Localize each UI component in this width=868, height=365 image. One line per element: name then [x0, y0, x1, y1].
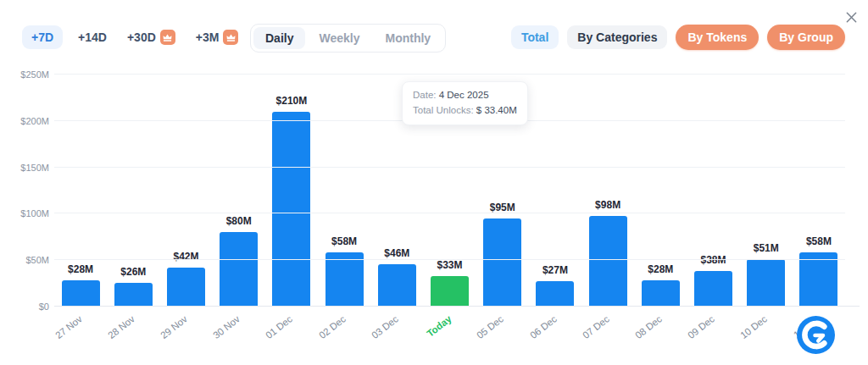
bar-slot: $38M09 Dec: [687, 75, 739, 307]
range-button-14d[interactable]: +14D: [73, 25, 112, 49]
bar-value-label: $80M: [226, 215, 252, 227]
bar-slot: $210M01 Dec: [265, 75, 318, 307]
bar[interactable]: [272, 112, 310, 307]
bar-value-label: $28M: [648, 263, 673, 275]
bar-value-label: $27M: [542, 264, 568, 276]
range-button-7d[interactable]: +7D: [22, 25, 63, 49]
range-button-30d[interactable]: +30D: [122, 25, 181, 50]
close-icon[interactable]: [842, 8, 860, 26]
bar[interactable]: [694, 271, 732, 307]
x-tick-label: 01 Dec: [264, 313, 295, 340]
view-button-total[interactable]: Total: [511, 25, 559, 49]
y-axis-labels: $0$50M$100M$150M$200M$250M: [0, 75, 51, 307]
bar-slot: $58M02 Dec: [318, 75, 370, 307]
y-tick-label: $50M: [0, 255, 49, 265]
bar-value-label: $28M: [68, 263, 93, 275]
tab-monthly[interactable]: Monthly: [373, 27, 442, 49]
bar-value-label: $26M: [120, 266, 146, 278]
x-tick-label: 02 Dec: [317, 313, 348, 340]
bar-value-label: $33M: [437, 259, 463, 271]
bar[interactable]: [167, 268, 205, 307]
bar-slot: $27M06 Dec: [529, 75, 581, 307]
tooltip-unlocks-label: Total Unlocks:: [413, 105, 474, 115]
x-tick-label: 29 Nov: [159, 313, 189, 340]
y-tick-label: $150M: [0, 163, 49, 173]
tooltip-date-row: Date: 4 Dec 2025: [413, 88, 517, 103]
range-label: +14D: [78, 30, 107, 44]
bar-value-label: $210M: [276, 95, 308, 107]
bar-slot: $28M27 Nov: [54, 75, 107, 307]
premium-crown-icon: [223, 30, 238, 45]
tab-weekly[interactable]: Weekly: [307, 27, 371, 49]
x-tick-label: 06 Dec: [528, 313, 559, 340]
bar[interactable]: [642, 280, 680, 307]
bar[interactable]: [378, 264, 416, 307]
x-axis-line: [54, 306, 860, 307]
cryptorank-logo: [797, 316, 835, 354]
y-tick-label: $0: [0, 301, 49, 312]
bar-slot: $80M30 Nov: [213, 75, 265, 307]
bar-slot: $51M10 Dec: [740, 75, 793, 307]
range-button-3m[interactable]: +3M: [191, 25, 244, 50]
tooltip-unlocks-value: $ 33.40M: [476, 105, 517, 115]
view-selector: Total By Categories By Tokens By Group: [511, 24, 845, 50]
tooltip-date-label: Date:: [413, 90, 437, 100]
range-label: +30D: [127, 30, 156, 44]
bar[interactable]: [589, 216, 627, 307]
x-tick-label: 03 Dec: [370, 313, 400, 340]
x-tick-label: 08 Dec: [633, 313, 664, 340]
bar[interactable]: [799, 252, 837, 307]
bar-value-label: $46M: [384, 247, 409, 259]
bar[interactable]: [536, 281, 574, 307]
view-button-by-group[interactable]: By Group: [767, 25, 845, 50]
bar-slot: $42M29 Nov: [159, 75, 212, 307]
x-tick-label: 05 Dec: [475, 313, 505, 340]
range-label: +7D: [31, 30, 53, 44]
x-tick-label: 27 Nov: [53, 313, 84, 340]
x-tick-label: 09 Dec: [686, 313, 716, 340]
view-button-by-tokens[interactable]: By Tokens: [676, 25, 759, 50]
gridline: [54, 213, 845, 213]
range-label: +3M: [196, 30, 220, 44]
token-unlocks-chart-panel: +7D +14D +30D +3M +6M Daily Weekly Month: [0, 0, 868, 365]
premium-crown-icon: [160, 30, 175, 45]
y-tick-label: $200M: [0, 116, 49, 126]
bar[interactable]: [326, 252, 364, 307]
granularity-tabs: Daily Weekly Monthly: [250, 24, 446, 53]
bar[interactable]: [114, 283, 153, 307]
bar-value-label: $95M: [490, 202, 515, 213]
x-tick-label: 10 Dec: [738, 313, 769, 340]
gridline: [54, 167, 845, 168]
tab-daily[interactable]: Daily: [253, 27, 305, 49]
view-button-by-categories[interactable]: By Categories: [567, 25, 667, 49]
x-tick-label: Today: [425, 313, 453, 339]
bar-slot: $28M08 Dec: [634, 75, 687, 307]
bar-slot: $26M28 Nov: [107, 75, 159, 307]
gridline: [54, 259, 845, 260]
x-tick-label: 28 Nov: [106, 313, 136, 340]
x-tick-label: 30 Nov: [211, 313, 242, 340]
bar-value-label: $58M: [331, 235, 357, 247]
bar[interactable]: [62, 280, 100, 307]
tooltip-date-value: 4 Dec 2025: [439, 90, 489, 100]
y-tick-label: $100M: [0, 208, 49, 218]
bar-today[interactable]: [431, 276, 469, 307]
bar-slot: $98M07 Dec: [581, 75, 634, 307]
y-tick-label: $250M: [0, 69, 49, 80]
bar-value-label: $58M: [806, 235, 832, 247]
tooltip-unlocks-row: Total Unlocks: $ 33.40M: [413, 103, 517, 119]
bar[interactable]: [747, 259, 785, 307]
chart-tooltip: Date: 4 Dec 2025 Total Unlocks: $ 33.40M: [402, 81, 528, 125]
bar-value-label: $51M: [754, 242, 779, 254]
gridline: [54, 74, 845, 75]
bar-value-label: $98M: [595, 199, 620, 211]
bar[interactable]: [483, 218, 521, 307]
bar[interactable]: [220, 232, 258, 307]
bar-slot: $58M11 Dec: [793, 75, 845, 307]
x-tick-label: 07 Dec: [581, 313, 611, 340]
bar-value-label: $42M: [173, 251, 198, 263]
